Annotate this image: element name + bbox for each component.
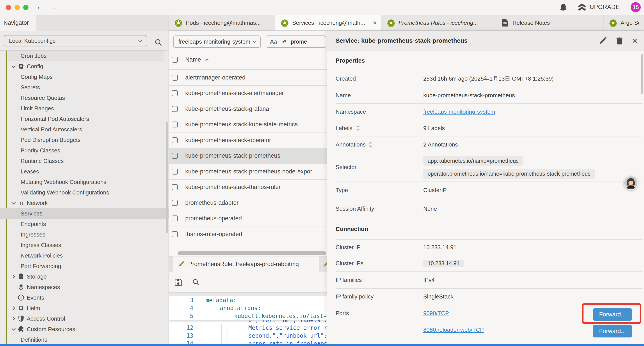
sidebar-item-config-maps[interactable]: Config Maps	[0, 72, 169, 82]
port-link[interactable]: 8080:reloader-web/TCP	[423, 327, 484, 333]
close-icon[interactable]: ×	[632, 36, 638, 45]
sort-updown-icon[interactable]	[369, 141, 373, 148]
sidebar-item-ingresses[interactable]: Ingresses	[0, 229, 169, 240]
chevron-down-icon[interactable]	[10, 63, 17, 69]
window-close-button[interactable]	[6, 5, 11, 10]
table-row[interactable]: kube-prometheus-stack-prometheus-node-ex…	[169, 164, 327, 180]
sidebar-scrollbar[interactable]	[166, 122, 168, 233]
sort-updown-icon[interactable]	[356, 125, 360, 131]
chevron-down-icon[interactable]	[10, 326, 17, 332]
row-checkbox[interactable]	[172, 90, 178, 96]
back-icon[interactable]: ←	[36, 2, 44, 11]
forward-icon[interactable]: →	[49, 2, 56, 11]
sidebar-item-access-control[interactable]: Access Control	[0, 313, 169, 324]
sidebar-item-priority-classes[interactable]: Priority Classes	[0, 145, 169, 156]
table-row[interactable]: thanos-ruler-operated	[169, 226, 327, 242]
row-checkbox[interactable]	[172, 200, 178, 206]
sidebar-item-mutating-webhook-configurations[interactable]: Mutating Webhook Configurations	[0, 177, 169, 187]
window-zoom-button[interactable]	[23, 5, 28, 10]
sidebar-item-helm[interactable]: Helm	[0, 303, 169, 313]
user-avatar[interactable]	[624, 176, 638, 190]
save-icon[interactable]	[174, 278, 182, 287]
sidebar-item-vertical-pod-autoscalers[interactable]: Vertical Pod Autoscalers	[0, 124, 169, 135]
table-row[interactable]: kube-prometheus-stack-thanos-ruler	[169, 180, 327, 195]
row-checkbox[interactable]	[172, 169, 178, 175]
sidebar-item-namespaces[interactable]: Namespaces	[0, 282, 169, 292]
notification-count-badge[interactable]: 15	[631, 2, 641, 12]
sidebar-item-storage[interactable]: Storage	[0, 271, 169, 282]
upgrade-button[interactable]: UPGRADE	[577, 3, 620, 11]
sidebar-item-events[interactable]: Events	[0, 292, 169, 303]
sidebar-item-leases[interactable]: Leases	[0, 166, 169, 177]
row-checkbox[interactable]	[172, 137, 178, 143]
drawer-scrollbar[interactable]	[641, 54, 643, 94]
edit-pencil-icon[interactable]	[599, 36, 607, 45]
sidebar-item-custom-resources[interactable]: Custom Resources	[0, 324, 169, 335]
editor-tab-prometheusrule[interactable]: PrometheusRule: freeleaps-prod-rabbitmq	[173, 256, 319, 272]
name-column-header[interactable]: Name	[185, 56, 201, 63]
row-checkbox[interactable]	[172, 153, 178, 159]
kubeconfig-selector[interactable]: Local Kubeconfigs	[4, 35, 147, 46]
tab-prometheus-rules-icecheng[interactable]: Prometheus Rules - icecheng...	[382, 15, 496, 31]
table-search-input[interactable]: Aa ▪* prome	[266, 35, 326, 48]
namespace-filter-dropdown[interactable]: freeleaps-monitoring-system	[173, 35, 261, 48]
row-checkbox[interactable]	[172, 231, 178, 237]
tab-argo-se[interactable]: Argo Se	[604, 15, 644, 31]
sidebar-item-secrets[interactable]: Secrets	[0, 82, 169, 93]
forward-button[interactable]: Forward...	[593, 308, 632, 321]
sidebar-item-pod-disruption-budgets[interactable]: Pod Disruption Budgets	[0, 135, 169, 145]
sidebar-item-horizontal-pod-autoscalers[interactable]: Horizontal Pod Autoscalers	[0, 114, 169, 124]
table-row[interactable]: prometheus-operated	[169, 211, 327, 227]
row-checkbox[interactable]	[172, 75, 178, 81]
row-checkbox[interactable]	[172, 184, 178, 190]
table-row[interactable]: kube-prometheus-stack-operator	[169, 132, 327, 148]
sidebar-item-services[interactable]: Services	[0, 208, 169, 219]
notifications-bell-icon[interactable]	[560, 3, 567, 12]
chevron-right-icon[interactable]	[10, 274, 17, 280]
sidebar-item-definitions[interactable]: Definitions	[0, 335, 169, 345]
sort-ascending-icon[interactable]	[204, 57, 210, 63]
select-all-checkbox[interactable]	[172, 57, 178, 63]
sidebar-item-network-policies[interactable]: Network Policies	[0, 250, 169, 261]
delete-trash-icon[interactable]	[615, 36, 624, 45]
sidebar-item-port-forwarding[interactable]: Port Forwarding	[0, 261, 169, 271]
table-row[interactable]: alertmanager-operated	[169, 70, 327, 86]
tab-release-notes[interactable]: Release Notes	[496, 15, 604, 31]
forward-button[interactable]: Forward...	[593, 325, 632, 338]
editor-search-icon[interactable]	[192, 279, 200, 286]
chevron-right-icon[interactable]	[10, 305, 17, 311]
sidebar-item-ingress-classes[interactable]: Ingress Classes	[0, 240, 169, 250]
chevron-right-icon[interactable]	[10, 316, 17, 322]
yaml-code-editor[interactable]: 3metadata:4annotations:5kubectl.kubernet…	[169, 296, 327, 346]
table-row[interactable]: kube-prometheus-stack-alertmanager	[169, 86, 327, 101]
window-minimize-button[interactable]	[14, 5, 20, 10]
sidebar-item-runtime-classes[interactable]: Runtime Classes	[0, 156, 169, 166]
editor-tab-partial[interactable]	[320, 256, 327, 272]
sidebar-search-icon[interactable]	[154, 38, 162, 46]
table-row[interactable]: kube-prometheus-stack-kube-state-metrics	[169, 117, 327, 133]
row-checkbox[interactable]	[172, 216, 178, 221]
table-horizontal-scrollbar[interactable]	[178, 251, 326, 255]
namespace-link[interactable]: freeleaps-monitoring-system	[423, 108, 495, 115]
namespaces-icon	[18, 284, 24, 291]
table-row[interactable]: kube-prometheus-stack-grafana	[169, 101, 327, 117]
row-checkbox[interactable]	[172, 122, 178, 127]
port-link[interactable]: 9090/TCP	[423, 310, 449, 317]
sidebar-item-resource-quotas[interactable]: Resource Quotas	[0, 93, 169, 103]
match-case-toggle[interactable]: Aa	[270, 38, 277, 45]
regex-toggle[interactable]: ▪*	[282, 38, 286, 45]
sidebar-item-cron-jobs[interactable]: Cron Jobs	[0, 50, 169, 61]
sidebar-item-network[interactable]: ↑↓Network	[0, 198, 169, 208]
row-checkbox[interactable]	[172, 106, 178, 112]
tab-pods-icecheng-mathmas[interactable]: Pods - icecheng@mathmas...	[169, 15, 275, 31]
sidebar-item-config[interactable]: Config	[0, 61, 169, 72]
chevron-down-icon[interactable]	[10, 200, 17, 206]
sidebar-item-validating-webhook-configurations[interactable]: Validating Webhook Configurations	[0, 187, 169, 198]
sidebar-item-endpoints[interactable]: Endpoints	[0, 219, 169, 229]
navigator-tab[interactable]: Navigator	[0, 15, 36, 31]
tab-services-icecheng-math[interactable]: Services - icecheng@math...×	[275, 15, 382, 31]
table-row[interactable]: prometheus-adapter	[169, 195, 327, 211]
tab-close-icon[interactable]: ×	[373, 19, 377, 26]
table-row[interactable]: kube-prometheus-stack-prometheus	[169, 148, 327, 164]
sidebar-item-limit-ranges[interactable]: Limit Ranges	[0, 103, 169, 114]
